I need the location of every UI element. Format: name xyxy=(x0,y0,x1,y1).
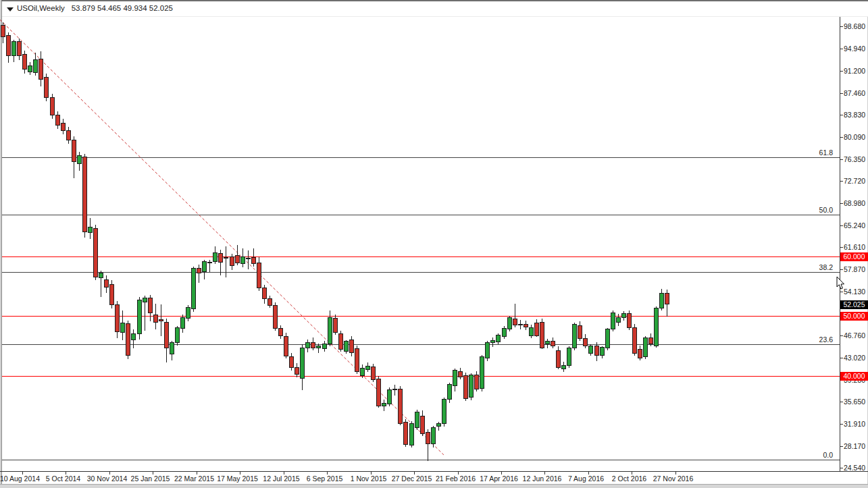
candle-down xyxy=(67,130,71,140)
price-axis-label: 43.020 xyxy=(844,354,865,362)
candle-down xyxy=(197,269,201,273)
candle-up xyxy=(644,337,648,356)
candle-up xyxy=(480,356,484,388)
candle-down xyxy=(665,293,669,304)
candle-down xyxy=(290,356,294,367)
candle-up xyxy=(323,344,327,349)
price-axis-label: 83.830 xyxy=(844,111,865,119)
candle-up xyxy=(132,334,136,340)
price-axis-label: 61.610 xyxy=(844,243,865,252)
candle-up xyxy=(88,227,93,233)
candle-down xyxy=(311,342,315,348)
price-axis-label: 24.540 xyxy=(844,464,865,472)
candle-up xyxy=(606,329,610,348)
candle-up xyxy=(361,368,365,375)
candle-up xyxy=(503,329,507,336)
candle-up xyxy=(241,256,245,264)
candle-down xyxy=(72,140,76,162)
candle-down xyxy=(279,329,283,336)
candle-up xyxy=(469,375,474,398)
price-axis-label: 72.720 xyxy=(844,177,865,186)
price-axis-label: 46.760 xyxy=(844,331,865,340)
candle-up xyxy=(247,259,251,259)
candle-down xyxy=(149,298,153,313)
candle-up xyxy=(573,325,577,348)
candle-up xyxy=(181,317,185,329)
candle-down xyxy=(154,315,158,323)
candle-down xyxy=(257,263,261,288)
candle-up xyxy=(328,317,332,344)
candle-down xyxy=(51,98,55,115)
candle-up xyxy=(203,261,207,271)
candle-up xyxy=(12,42,16,55)
candle-down xyxy=(399,389,403,423)
price-axis-label: 94.940 xyxy=(844,45,865,53)
candle-down xyxy=(535,323,539,335)
candle-up xyxy=(432,427,436,443)
candle-down xyxy=(252,258,256,264)
price-axis-label: 28.170 xyxy=(844,442,865,451)
candle-up xyxy=(453,371,457,386)
candle-down xyxy=(421,416,425,434)
candle-up xyxy=(486,342,490,358)
candle-down xyxy=(464,376,468,399)
candle-down xyxy=(61,124,66,131)
candle-down xyxy=(578,326,582,339)
candle-down xyxy=(551,341,555,346)
price-axis-label: 65.240 xyxy=(844,221,865,230)
candle-up xyxy=(99,273,103,278)
candle-up xyxy=(519,325,523,325)
fib-label-61.8: 61.8 xyxy=(757,148,833,157)
chart-window: USOil,Weekly53.879 54.465 49.934 52.025 … xyxy=(0,0,868,488)
candle-up xyxy=(28,66,32,72)
fib-label-23.6: 23.6 xyxy=(757,335,833,344)
candle-down xyxy=(45,78,49,98)
mouse-cursor-icon xyxy=(836,277,846,290)
candle-up xyxy=(496,335,501,342)
candle-down xyxy=(284,336,288,356)
candle-up xyxy=(546,341,550,344)
candle-down xyxy=(236,255,240,263)
candle-down xyxy=(355,349,359,372)
candle-down xyxy=(459,371,463,377)
candle-up xyxy=(601,347,605,355)
price-axis-label: 57.870 xyxy=(844,265,865,274)
chart-plot-area[interactable] xyxy=(0,0,868,488)
candle-up xyxy=(611,313,615,329)
window-bottom-border xyxy=(0,484,868,488)
candle-down xyxy=(39,59,43,79)
candle-up xyxy=(306,342,310,348)
price-axis-label: 76.350 xyxy=(844,155,865,164)
candle-down xyxy=(159,320,163,321)
candle-up xyxy=(208,262,212,263)
candle-up xyxy=(448,385,452,400)
candle-up xyxy=(393,389,397,390)
price-axis-label: 54.130 xyxy=(844,288,865,296)
candle-up xyxy=(344,341,349,351)
candle-down xyxy=(116,305,120,332)
candle-down xyxy=(426,432,430,443)
price-axis-label: 91.200 xyxy=(844,67,865,76)
candle-up xyxy=(410,423,414,445)
candle-up xyxy=(589,346,593,354)
candle-up xyxy=(567,348,571,365)
fib-label-0.0: 0.0 xyxy=(757,451,833,460)
candle-down xyxy=(404,422,408,444)
candle-down xyxy=(350,340,354,353)
price-line-badge-40.000: 40.000 xyxy=(840,372,868,381)
candle-up xyxy=(491,341,495,343)
price-axis-label: 68.980 xyxy=(844,199,865,208)
candle-down xyxy=(295,367,299,375)
candle-down xyxy=(633,327,637,353)
price-line-badge-60.000: 60.000 xyxy=(840,252,868,261)
current-price-badge: 52.025 xyxy=(840,300,868,309)
candle-down xyxy=(274,306,278,329)
candle-up xyxy=(317,346,321,348)
date-axis-label: 27 Nov 2016 xyxy=(646,475,700,483)
candle-down xyxy=(230,256,234,265)
candle-down xyxy=(105,280,109,288)
candle-up xyxy=(660,293,664,308)
candle-up xyxy=(622,314,626,317)
candle-down xyxy=(475,375,479,389)
candle-up xyxy=(530,327,534,335)
